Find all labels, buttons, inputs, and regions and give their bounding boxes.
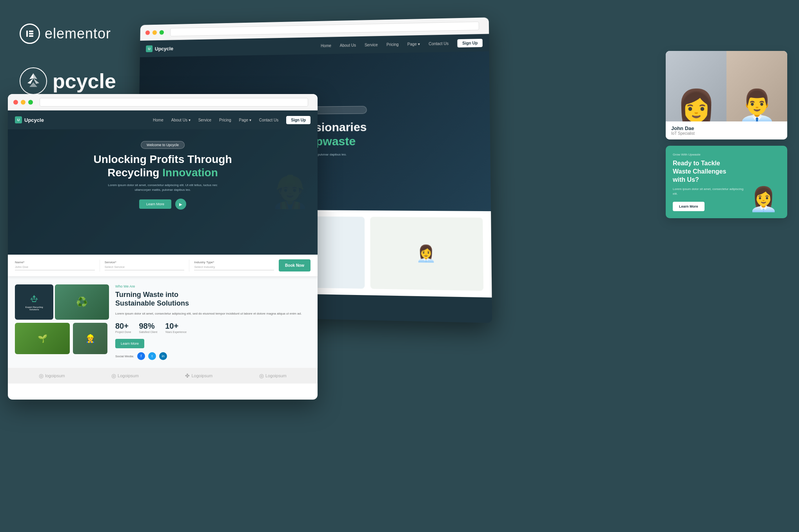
logo-3: ✤ Logoipsum bbox=[185, 373, 212, 379]
team-member-card: 👩 👨‍💼 John Dae IoT Specialist bbox=[666, 51, 787, 139]
booking-industry-field: Industry Type* Select Industry bbox=[194, 261, 274, 270]
garden-img: 🌱 bbox=[15, 323, 70, 354]
main-nav-brand: U Upcycle bbox=[15, 116, 44, 123]
browser-address-bar bbox=[170, 21, 479, 36]
about-images-bottom: 🌱 👷 bbox=[15, 321, 109, 354]
nav-brand-back: U Upcycle bbox=[146, 45, 173, 52]
main-nav-home[interactable]: Home bbox=[150, 116, 167, 124]
hero-buttons: Learn More ▶ bbox=[24, 199, 302, 210]
main-nav-icon: U bbox=[15, 116, 22, 123]
hero-play-btn[interactable]: ▶ bbox=[175, 199, 186, 210]
twitter-icon[interactable]: t bbox=[148, 352, 156, 360]
side-cards: 👩 👨‍💼 John Dae IoT Specialist Grow With … bbox=[666, 51, 787, 218]
hero-welcome-badge: Welcome to Upcycle bbox=[141, 141, 185, 149]
book-now-btn[interactable]: Book Now bbox=[279, 259, 311, 271]
logo-4: ◎ Logoipsum bbox=[259, 373, 287, 379]
browser-dot-green bbox=[160, 30, 164, 34]
cta-tag: Grow With Upwaste bbox=[673, 153, 745, 156]
browser-header-main bbox=[8, 94, 318, 110]
booking-service-field: Service* Select Service bbox=[105, 261, 185, 270]
booking-service-input[interactable]: Select Service bbox=[105, 264, 185, 270]
stat-experience-label: Years Experience bbox=[165, 331, 187, 333]
member-img-2: 👨‍💼 bbox=[726, 51, 787, 121]
stat-clients-num: 98% bbox=[139, 322, 157, 331]
nav-service[interactable]: Service bbox=[361, 41, 381, 49]
about-section: Expert RecyclingSolutions ♻️ 🌱 👷 Who We … bbox=[8, 277, 318, 368]
elementor-brand-name: elementor bbox=[45, 25, 111, 42]
nav-brand-icon: U bbox=[146, 45, 153, 52]
team-card-images: 👩 👨‍💼 bbox=[666, 51, 787, 121]
cta-learn-btn[interactable]: Learn More bbox=[673, 202, 705, 211]
social-row: Social Media: f t in bbox=[115, 352, 311, 360]
workers-img: 👷 bbox=[73, 323, 107, 354]
main-nav-service[interactable]: Service bbox=[195, 116, 214, 124]
cta-title: Ready to TackleWaste Challengeswith Us? bbox=[673, 159, 745, 184]
browser-main: U Upcycle Home About Us ▾ Service Pricin… bbox=[8, 94, 318, 400]
stat-experience: 10+ Years Experience bbox=[165, 322, 187, 333]
svg-rect-3 bbox=[29, 35, 33, 37]
divider bbox=[100, 260, 100, 271]
nav-page[interactable]: Page ▾ bbox=[404, 40, 423, 48]
nav-brand-name: Upcycle bbox=[155, 45, 173, 51]
hero-title: Unlocking Profits Through Recycling Inno… bbox=[24, 153, 302, 179]
about-section-label: Who We Are bbox=[115, 284, 311, 288]
nav-signup-btn-back[interactable]: Sign Up bbox=[458, 38, 483, 47]
stat-projects-num: 80+ bbox=[115, 322, 131, 331]
hero-title-accent: Innovation bbox=[162, 166, 218, 179]
stat-experience-num: 10+ bbox=[165, 322, 187, 331]
nav-contact[interactable]: Contact Us bbox=[425, 40, 452, 47]
nav-pricing[interactable]: Pricing bbox=[383, 40, 402, 48]
stat-clients-label: Satisfied Client bbox=[139, 331, 157, 333]
main-nav: U Upcycle Home About Us ▾ Service Pricin… bbox=[8, 110, 318, 129]
hero-desc: Lorem ipsum dolor sit amet, consectetur … bbox=[104, 183, 222, 192]
hero-title-line2: Recycling bbox=[107, 166, 162, 179]
site-name: pcycle bbox=[53, 69, 116, 93]
booking-name-field: Name* John Doe bbox=[15, 261, 95, 270]
svg-point-4 bbox=[20, 68, 47, 94]
logos-bar: ◎ logoipsum ◎ Logoipsum ✤ Logoipsum ◎ Lo… bbox=[8, 368, 318, 384]
browser-dot-red bbox=[145, 30, 150, 35]
about-desc: Lorem ipsum dolor sit amet, consectetur … bbox=[115, 311, 311, 316]
logo-text-3: Logoipsum bbox=[191, 373, 212, 378]
booking-industry-input[interactable]: Select Industry bbox=[194, 264, 274, 270]
main-nav-contact[interactable]: Contact Us bbox=[256, 116, 281, 124]
svg-rect-0 bbox=[26, 31, 28, 37]
stat-projects-label: Project Done bbox=[115, 331, 131, 333]
divider2 bbox=[189, 260, 189, 271]
logo-text-2: Logoipsum bbox=[118, 373, 139, 378]
team-card-placeholder-3: 👩‍💼 bbox=[370, 217, 483, 291]
browser-dot-yellow bbox=[153, 30, 157, 35]
facebook-icon[interactable]: f bbox=[137, 352, 145, 360]
nav-home[interactable]: Home bbox=[318, 42, 334, 49]
about-images-top: Expert RecyclingSolutions ♻️ bbox=[15, 284, 109, 320]
booking-service-label: Service* bbox=[105, 261, 185, 264]
main-nav-about[interactable]: About Us ▾ bbox=[168, 116, 194, 124]
about-learn-btn[interactable]: Learn More bbox=[115, 339, 144, 348]
hero-content: Unlocking Profits Through Recycling Inno… bbox=[8, 153, 318, 210]
main-nav-name: Upcycle bbox=[24, 117, 44, 123]
hero-section: 👷 Welcome to Upcycle Unlocking Profits T… bbox=[8, 129, 318, 255]
main-nav-signup[interactable]: Sign Up bbox=[286, 116, 311, 124]
main-dot-red bbox=[13, 100, 18, 105]
member-img-1: 👩 bbox=[666, 51, 726, 121]
team-card-info: John Dae IoT Specialist bbox=[666, 121, 787, 139]
cta-person-img: 👩‍💼 bbox=[749, 153, 780, 211]
cta-desc: Lorem ipsum dolor sit amet, consectetur … bbox=[673, 187, 745, 196]
linkedin-icon[interactable]: in bbox=[159, 352, 167, 360]
booking-name-input[interactable]: John Doe bbox=[15, 264, 95, 270]
about-title-l1: Turning Waste into bbox=[115, 291, 178, 299]
main-dot-yellow bbox=[21, 100, 25, 105]
main-nav-pricing[interactable]: Pricing bbox=[216, 116, 234, 124]
hero-learn-btn[interactable]: Learn More bbox=[139, 199, 171, 209]
stat-projects: 80+ Project Done bbox=[115, 322, 131, 333]
booking-bar: Name* John Doe Service* Select Service I… bbox=[8, 255, 318, 277]
nav-about[interactable]: About Us bbox=[337, 41, 359, 49]
main-nav-page[interactable]: Page ▾ bbox=[236, 116, 254, 124]
svg-rect-1 bbox=[29, 31, 33, 32]
social-label: Social Media: bbox=[115, 355, 134, 358]
stat-clients: 98% Satisfied Client bbox=[139, 322, 157, 333]
brand-icon bbox=[20, 67, 47, 95]
about-title: Turning Waste into Sustainable Solutions bbox=[115, 291, 311, 308]
logo-text-1: logoipsum bbox=[45, 373, 65, 378]
green-hands-img: ♻️ bbox=[55, 284, 109, 320]
